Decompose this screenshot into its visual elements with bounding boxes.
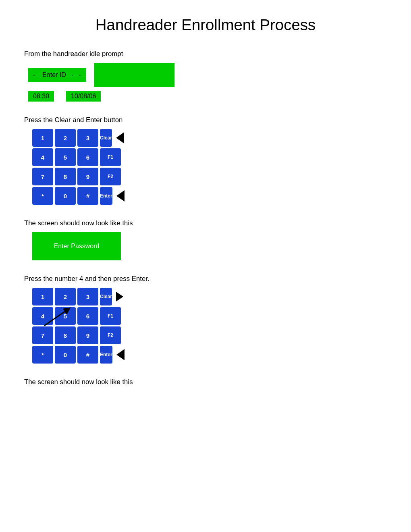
arrow2-enter-indicator bbox=[116, 349, 125, 360]
key2-enter[interactable]: Enter bbox=[100, 346, 112, 364]
key-hash[interactable]: # bbox=[77, 187, 98, 205]
key2-hash[interactable]: # bbox=[77, 346, 98, 364]
section-final-screen: The screen should now look like this bbox=[24, 378, 387, 386]
key-f1[interactable]: F1 bbox=[100, 148, 121, 166]
section-password-screen: The screen should now look like this Ent… bbox=[24, 219, 387, 260]
key-0[interactable]: 0 bbox=[55, 187, 76, 205]
section4-label: Press the number 4 and then press Enter. bbox=[24, 275, 387, 283]
keypad-1: 1 2 3 Clear 4 5 6 F1 7 8 9 F2 * 0 # Ente… bbox=[32, 129, 121, 205]
password-screen-text: Enter Password bbox=[54, 243, 100, 250]
key2-8[interactable]: 8 bbox=[55, 326, 76, 344]
idle-green-box bbox=[94, 63, 174, 87]
key2-f1[interactable]: F1 bbox=[100, 307, 121, 325]
arrow-enter-indicator bbox=[116, 190, 125, 202]
key2-1[interactable]: 1 bbox=[32, 288, 53, 305]
key2-star[interactable]: * bbox=[32, 346, 53, 364]
idle-time: 08:30 bbox=[28, 91, 54, 102]
section2-label: Press the Clear and Enter button bbox=[24, 116, 387, 124]
key-clear[interactable]: Clear bbox=[100, 129, 112, 147]
keypad-2: 1 2 3 Clear 4 5 6 F1 7 8 9 F2 * bbox=[32, 288, 121, 364]
key2-clear[interactable]: Clear bbox=[100, 288, 112, 305]
section5-label: The screen should now look like this bbox=[24, 378, 387, 386]
idle-date: 10/08/06 bbox=[66, 91, 101, 102]
idle-enter-id: - Enter ID - - bbox=[28, 68, 86, 82]
key2-0[interactable]: 0 bbox=[55, 346, 76, 364]
key-6[interactable]: 6 bbox=[77, 148, 98, 166]
key2-6[interactable]: 6 bbox=[77, 307, 98, 325]
key2-9[interactable]: 9 bbox=[77, 326, 98, 344]
arrow-clear-indicator bbox=[116, 132, 124, 143]
key2-5[interactable]: 5 bbox=[55, 307, 76, 325]
key-2[interactable]: 2 bbox=[55, 129, 76, 147]
key-9[interactable]: 9 bbox=[77, 168, 98, 185]
key2-2[interactable]: 2 bbox=[55, 288, 76, 305]
key-5[interactable]: 5 bbox=[55, 148, 76, 166]
arrow-right-clear bbox=[116, 292, 123, 301]
key-7[interactable]: 7 bbox=[32, 168, 53, 185]
section3-label: The screen should now look like this bbox=[24, 219, 387, 227]
key-1[interactable]: 1 bbox=[32, 129, 53, 147]
idle-screen: - Enter ID - - 08:30 10/08/06 bbox=[28, 63, 387, 102]
key-f2[interactable]: F2 bbox=[100, 168, 121, 185]
section-clear-enter: Press the Clear and Enter button 1 2 3 C… bbox=[24, 116, 387, 205]
key-4[interactable]: 4 bbox=[32, 148, 53, 166]
key-3[interactable]: 3 bbox=[77, 129, 98, 147]
section-idle: From the handreader idle prompt - Enter … bbox=[24, 50, 387, 102]
key2-f2[interactable]: F2 bbox=[100, 326, 121, 344]
key-enter[interactable]: Enter bbox=[100, 187, 112, 205]
key-8[interactable]: 8 bbox=[55, 168, 76, 185]
key2-7[interactable]: 7 bbox=[32, 326, 53, 344]
page-title: Handreader Enrollment Process bbox=[24, 16, 387, 34]
key2-3[interactable]: 3 bbox=[77, 288, 98, 305]
key-star[interactable]: * bbox=[32, 187, 53, 205]
section1-label: From the handreader idle prompt bbox=[24, 50, 387, 58]
key2-4[interactable]: 4 bbox=[32, 307, 53, 325]
section-press-4: Press the number 4 and then press Enter.… bbox=[24, 275, 387, 364]
password-screen-box: Enter Password bbox=[32, 232, 121, 260]
